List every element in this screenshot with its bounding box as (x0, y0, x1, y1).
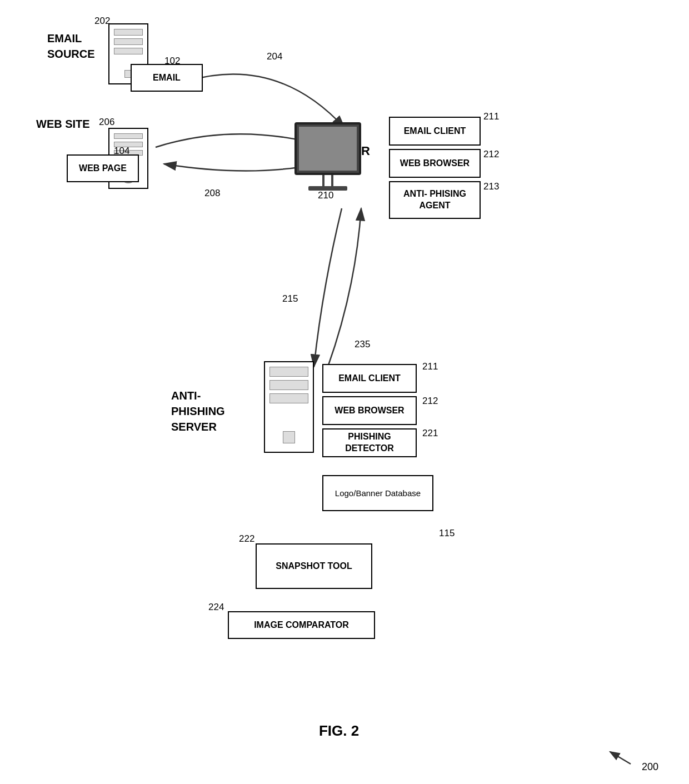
arrow-215-label: 215 (282, 293, 298, 304)
anti-phishing-agent-box: ANTI- PHISING AGENT (389, 181, 481, 219)
arrow-235-label: 235 (355, 339, 370, 350)
snapshot-tool-box: SNAPSHOT TOOL (256, 543, 372, 589)
image-comparator-box: IMAGE COMPARATOR (228, 611, 375, 639)
snapshot-tool-ref: 222 (239, 533, 254, 545)
svg-line-2 (610, 752, 631, 764)
arrow-208-label: 208 (204, 188, 220, 199)
phishing-detector-box: PHISHING DETECTOR (322, 428, 417, 457)
anti-phishing-server-icon (264, 361, 314, 453)
email-client-top-ref: 211 (483, 111, 499, 122)
email-box: EMAIL (131, 64, 203, 92)
fig-label: FIG. 2 (283, 722, 395, 740)
diagram: 202 EMAIL SOURCE 102 EMAIL 206 WEB SITE … (0, 0, 689, 784)
webpage-box: WEB PAGE (67, 154, 139, 182)
web-browser-bot-ref: 212 (422, 396, 438, 407)
fig-arrow (600, 742, 645, 770)
phishing-detector-ref: 221 (422, 428, 438, 439)
user-computer-screen (294, 122, 361, 175)
anti-phishing-server-label: ANTI- PHISHING SERVER (171, 372, 225, 435)
logo-banner-box: Logo/Banner Database (322, 475, 433, 511)
website-ref: 206 (99, 117, 114, 128)
monitor-stand (322, 175, 333, 186)
website-label: WEB SITE (36, 118, 90, 131)
monitor-base (308, 186, 347, 191)
email-source-label: EMAIL SOURCE (47, 31, 95, 62)
email-client-bot-box: EMAIL CLIENT (322, 364, 417, 393)
email-client-top-box: EMAIL CLIENT (389, 117, 481, 146)
user-computer-ref: 210 (318, 190, 333, 201)
email-client-bot-ref: 211 (422, 361, 438, 372)
web-browser-top-ref: 212 (483, 149, 499, 160)
logo-banner-ref: 115 (439, 528, 455, 539)
arrow-204-label: 204 (267, 51, 282, 62)
web-browser-top-box: WEB BROWSER (389, 149, 481, 178)
web-browser-bot-box: WEB BROWSER (322, 396, 417, 425)
anti-phishing-agent-ref: 213 (483, 181, 499, 192)
image-comparator-ref: 224 (208, 602, 224, 613)
